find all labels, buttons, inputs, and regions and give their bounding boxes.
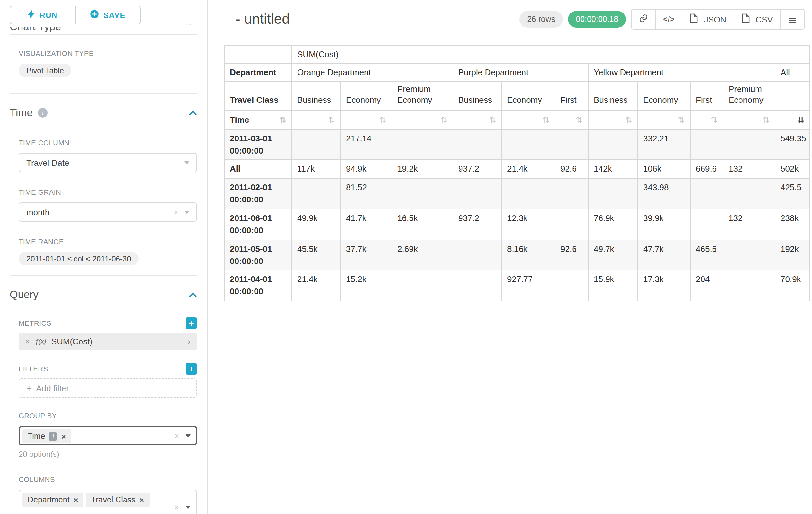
pivot-table: SUM(Cost) DepartmentOrange DepartmentPur… bbox=[224, 45, 810, 301]
time-column-select[interactable]: Travel Date bbox=[19, 153, 197, 172]
sort-button[interactable]: ⇅ bbox=[576, 115, 583, 125]
save-button[interactable]: SAVE bbox=[75, 6, 141, 24]
value-cell bbox=[588, 130, 638, 160]
column-dimension-header: Travel Class bbox=[224, 81, 292, 110]
sort-cell: ⇅ bbox=[392, 110, 453, 130]
value-cell bbox=[502, 130, 555, 160]
sort-button[interactable]: ⇅ bbox=[279, 116, 286, 124]
sort-button[interactable]: ⇅ bbox=[379, 115, 386, 125]
sort-button[interactable]: ⇅ bbox=[328, 115, 335, 125]
remove-tag-button[interactable]: × bbox=[61, 432, 66, 440]
value-cell: 39.9k bbox=[638, 209, 690, 240]
sort-desc-button[interactable]: ⇊ bbox=[798, 115, 805, 125]
value-cell: 92.6 bbox=[555, 160, 588, 179]
sort-cell: ⇅ bbox=[638, 110, 690, 130]
group-by-select[interactable]: Timei× × bbox=[19, 426, 197, 445]
link-icon bbox=[639, 13, 648, 25]
selected-option-tag: Travel Class× bbox=[86, 493, 149, 507]
view-query-button[interactable]: </> bbox=[656, 9, 682, 30]
add-filter-dropzone[interactable]: + Add filter bbox=[19, 378, 197, 398]
time-section-title: Time bbox=[10, 107, 33, 119]
value-cell: 45.5k bbox=[292, 240, 341, 270]
remove-tag-button[interactable]: × bbox=[74, 496, 78, 504]
metrics-label: METRICS bbox=[19, 319, 51, 327]
add-filter-button[interactable]: + bbox=[185, 363, 197, 375]
metric-header-cell: SUM(Cost) bbox=[292, 45, 810, 63]
value-cell: 47.7k bbox=[638, 240, 690, 270]
query-section-title: Query bbox=[10, 289, 38, 301]
export-csv-button[interactable]: .CSV bbox=[733, 9, 781, 30]
sort-cell: ⇅ bbox=[690, 110, 723, 130]
columns-label: COLUMNS bbox=[19, 476, 55, 483]
value-cell bbox=[555, 209, 588, 240]
column-header: Premium Economy bbox=[723, 81, 775, 110]
chevron-down-icon bbox=[184, 161, 190, 164]
chevron-right-icon[interactable]: › bbox=[187, 336, 191, 347]
value-cell bbox=[453, 240, 502, 270]
value-cell bbox=[502, 179, 555, 209]
sort-button[interactable]: ⇅ bbox=[543, 115, 549, 125]
column-header: Business bbox=[588, 81, 638, 110]
value-cell bbox=[723, 130, 775, 160]
value-cell: 21.4k bbox=[292, 270, 341, 301]
time-row-header: Time⇅ bbox=[224, 110, 292, 130]
time-range-value[interactable]: 2011-01-01 ≤ col < 2011-06-30 bbox=[19, 252, 139, 265]
add-metric-button[interactable]: + bbox=[185, 317, 197, 329]
sort-button[interactable]: ⇅ bbox=[489, 115, 496, 125]
value-cell bbox=[453, 179, 502, 209]
value-cell: 19.2k bbox=[392, 160, 453, 179]
export-button-group: </> .JSON .CSV ≡ bbox=[631, 9, 805, 30]
metric-header-row: SUM(Cost) bbox=[224, 45, 810, 63]
sort-button[interactable]: ⇅ bbox=[678, 115, 685, 125]
hamburger-menu-icon: ≡ bbox=[788, 12, 797, 26]
tag-label: Department bbox=[28, 495, 70, 504]
value-cell: 204 bbox=[690, 270, 723, 301]
plus-circle-icon bbox=[90, 10, 99, 21]
value-cell bbox=[723, 270, 775, 301]
sort-cell: ⇅ bbox=[723, 110, 775, 130]
metric-item[interactable]: × ƒ(x) SUM(Cost) › bbox=[19, 333, 197, 350]
clear-icon[interactable]: × bbox=[174, 431, 179, 440]
time-section-header[interactable]: Time i bbox=[10, 106, 197, 119]
columns-select[interactable]: Department×Travel Class× × bbox=[19, 490, 197, 514]
value-cell: 12.3k bbox=[502, 209, 555, 240]
value-cell bbox=[690, 130, 723, 160]
clear-icon[interactable]: × bbox=[174, 503, 179, 511]
time-grain-select[interactable]: month × bbox=[19, 202, 197, 222]
save-button-label: SAVE bbox=[103, 10, 125, 20]
column-header-row: Travel ClassBusinessEconomyPremium Econo… bbox=[224, 81, 810, 110]
value-cell bbox=[392, 270, 453, 301]
chevron-up-icon[interactable] bbox=[189, 110, 197, 115]
time-grain-label: TIME GRAIN bbox=[19, 188, 61, 196]
sort-cell: ⇅ bbox=[453, 110, 502, 130]
sort-button[interactable]: ⇅ bbox=[625, 115, 632, 125]
sort-cell: ⇅ bbox=[292, 110, 341, 130]
sort-cell: ⇅ bbox=[341, 110, 392, 130]
remove-metric-icon[interactable]: × bbox=[25, 337, 30, 346]
column-header: First bbox=[690, 81, 723, 110]
copy-link-button[interactable] bbox=[631, 9, 656, 30]
query-timer-badge: 00:00:00.18 bbox=[568, 11, 626, 28]
sort-button[interactable]: ⇅ bbox=[710, 115, 718, 125]
query-section-header[interactable]: Query bbox=[10, 288, 197, 301]
info-icon: i bbox=[49, 432, 57, 440]
sort-button[interactable]: ⇅ bbox=[440, 115, 447, 125]
value-cell: 343.98 bbox=[638, 179, 690, 209]
more-options-button[interactable]: ≡ bbox=[780, 9, 805, 30]
value-cell: 669.6 bbox=[690, 160, 723, 179]
section-divider bbox=[10, 34, 197, 35]
remove-tag-button[interactable]: × bbox=[139, 496, 144, 504]
value-cell bbox=[555, 270, 588, 301]
clear-icon[interactable]: × bbox=[174, 208, 178, 216]
time-label: Time bbox=[230, 115, 249, 125]
column-header: Premium Economy bbox=[392, 81, 453, 110]
chart-header: - untitled 26 rows 00:00:00.18 </> .JSON bbox=[236, 9, 805, 30]
visualization-type-value[interactable]: Pivot Table bbox=[19, 63, 71, 77]
sort-button[interactable]: ⇅ bbox=[762, 115, 770, 125]
chevron-up-icon[interactable] bbox=[189, 292, 197, 297]
column-group-header: Orange Department bbox=[292, 63, 453, 81]
value-cell: 37.7k bbox=[341, 240, 392, 270]
run-button[interactable]: RUN bbox=[10, 6, 76, 24]
export-json-button[interactable]: .JSON bbox=[682, 9, 734, 30]
column-header: Economy bbox=[502, 81, 555, 110]
